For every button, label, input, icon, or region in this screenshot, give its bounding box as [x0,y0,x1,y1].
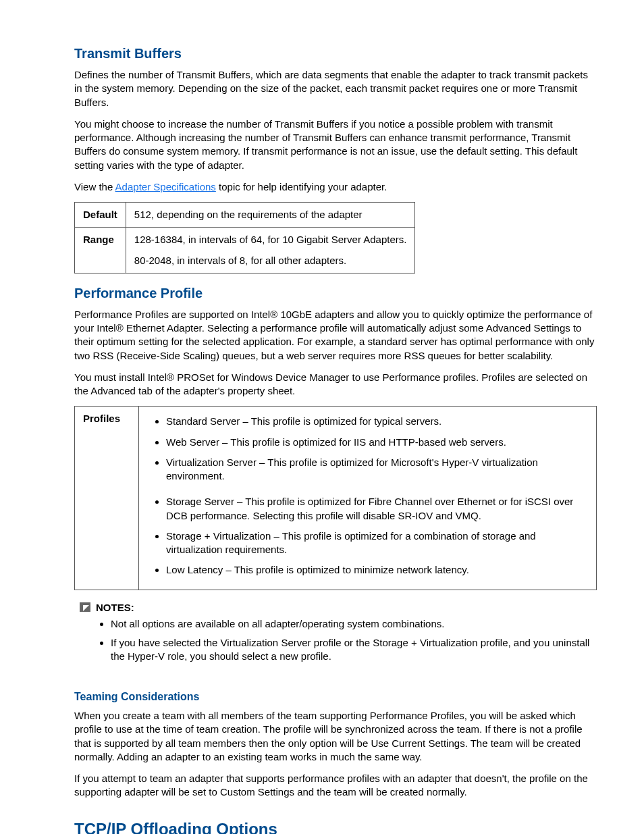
paragraph: Performance Profiles are supported on In… [74,308,597,363]
cell-label: Default [75,203,126,228]
cell-value: 128-16384, in intervals of 64, for 10 Gi… [126,228,415,273]
list-item: Storage Server – This profile is optimiz… [166,495,588,523]
paragraph: You must install Intel® PROSet for Windo… [74,371,597,398]
note-icon [80,602,90,612]
notes-list: Not all options are available on all ada… [96,617,597,664]
text: 80-2048, in intervals of 8, for all othe… [134,254,407,267]
paragraph: You might choose to increase the number … [74,118,597,172]
list-item: Low Latency – This profile is optimized … [166,563,588,577]
cell-value: 512, depending on the requirements of th… [126,203,415,228]
paragraph: Defines the number of Transmit Buffers, … [74,68,597,109]
heading-teaming-considerations: Teaming Considerations [74,689,597,704]
table-row: Profiles Standard Server – This profile … [75,407,597,590]
profiles-table: Profiles Standard Server – This profile … [74,406,597,590]
table-row: Range 128-16384, in intervals of 64, for… [75,228,415,273]
list-item: Not all options are available on all ada… [111,617,597,631]
paragraph: View the Adapter Specifications topic fo… [74,180,597,194]
table-row: Default 512, depending on the requiremen… [75,203,415,228]
paragraph: When you create a team with all members … [74,709,597,764]
list-item: Web Server – This profile is optimized f… [166,436,588,449]
list-item: Storage + Virtualization – This profile … [166,529,588,557]
heading-tcpip-offloading: TCP/IP Offloading Options [74,818,597,834]
list-item: Standard Server – This profile is optimi… [166,415,588,428]
list-item: If you have selected the Virtualization … [111,636,597,664]
text: View the [74,181,115,192]
text: 128-16384, in intervals of 64, for 10 Gi… [134,233,407,246]
heading-performance-profile: Performance Profile [74,284,597,303]
notes-title: NOTES: [96,602,134,613]
profiles-list: Standard Server – This profile is optimi… [147,415,588,577]
heading-transmit-buffers: Transmit Buffers [74,45,597,63]
cell-value: Standard Server – This profile is optimi… [139,407,597,590]
paragraph: If you attempt to team an adapter that s… [74,772,597,800]
adapter-specifications-link[interactable]: Adapter Specifications [115,181,216,192]
notes-block: NOTES: Not all options are available on … [74,601,597,669]
transmit-buffers-table: Default 512, depending on the requiremen… [74,202,415,273]
list-item: Virtualization Server – This profile is … [166,456,588,484]
cell-label: Range [75,228,126,273]
text: topic for help identifying your adapter. [216,181,387,192]
cell-label: Profiles [75,407,139,590]
